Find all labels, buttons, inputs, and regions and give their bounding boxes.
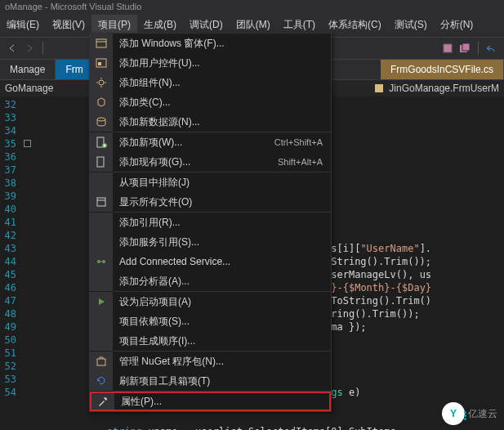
- watermark-logo: Y: [442, 402, 465, 425]
- menu-item-label: 显示所有文件(O): [113, 195, 323, 209]
- menu-item-label: 添加组件(N)...: [113, 76, 323, 90]
- save-icon[interactable]: [440, 41, 455, 56]
- connected-icon: [90, 252, 113, 271]
- menu-item-label: 项目生成顺序(I)...: [113, 334, 323, 348]
- menu-item-startup-4-0[interactable]: 设为启动项目(A): [90, 292, 331, 311]
- svg-rect-3: [375, 84, 383, 92]
- svg-rect-19: [97, 198, 105, 206]
- menu-item-item-3-3[interactable]: 添加分析器(A)...: [90, 271, 331, 291]
- forward-icon[interactable]: [22, 41, 37, 56]
- menu-item-label: 管理 NuGet 程序包(N)...: [113, 355, 323, 369]
- startup-icon: [90, 292, 113, 311]
- svg-rect-0: [444, 44, 452, 52]
- svg-point-8: [99, 80, 104, 85]
- datasource-icon: [90, 112, 113, 132]
- menu-item-refresh-5-1[interactable]: 刷新项目工具箱项(T): [90, 371, 331, 391]
- menu-item-shortcut: Ctrl+Shift+A: [274, 137, 331, 147]
- menu-item-label: 设为启动项目(A): [113, 295, 323, 309]
- back-icon[interactable]: [5, 41, 20, 56]
- window-icon: [90, 34, 113, 53]
- blank-icon: [90, 232, 113, 252]
- menu-item-label: 添加分析器(A)...: [113, 275, 323, 289]
- menu-view[interactable]: 视图(V): [46, 15, 91, 35]
- svg-rect-2: [462, 43, 470, 51]
- svg-point-13: [97, 118, 105, 121]
- fold-box-icon[interactable]: [24, 140, 31, 147]
- menu-item-item-3-0[interactable]: 添加引用(R)...: [90, 213, 331, 232]
- menu-item-label: 刷新项目工具箱项(T): [113, 374, 323, 388]
- menu-item-label: 添加现有项(G)...: [113, 155, 278, 169]
- tab-frm[interactable]: Frm: [56, 60, 93, 79]
- wrench-icon: [91, 393, 114, 410]
- class-icon: [90, 92, 113, 112]
- svg-point-21: [97, 260, 100, 263]
- blank-icon: [90, 311, 113, 331]
- fold-gutter: [21, 96, 33, 430]
- menu-item-window-0-0[interactable]: 添加 Windows 窗体(F)...: [90, 34, 331, 53]
- menu-item-class-0-3[interactable]: 添加类(C)...: [90, 92, 331, 112]
- breadcrumb-class[interactable]: JinGoManage.FrmUserM: [389, 83, 499, 94]
- refresh-icon: [90, 371, 113, 391]
- menu-item-label: Add Connected Service...: [113, 256, 323, 267]
- menu-item-shortcut: Shift+Alt+A: [278, 157, 331, 167]
- menu-item-label: 添加引用(R)...: [113, 216, 323, 230]
- menu-item-nuget-5-0[interactable]: 管理 NuGet 程序包(N)...: [90, 352, 331, 371]
- line-numbers: 3233 343536 3738 394041 424344 454647 48…: [0, 96, 21, 430]
- window-title: oManage - Microsoft Visual Studio: [0, 0, 504, 13]
- svg-point-22: [102, 260, 105, 263]
- component-icon: [90, 73, 113, 92]
- blank-icon: [90, 331, 113, 351]
- menu-item-item-2-0[interactable]: 从项目中排除(J): [90, 172, 331, 192]
- menu-item-label: 添加用户控件(U)...: [113, 56, 323, 70]
- menu-item-usercontrol-0-1[interactable]: 添加用户控件(U)...: [90, 53, 331, 73]
- project-menu-dropdown: 添加 Windows 窗体(F)...添加用户控件(U)...添加组件(N)..…: [89, 33, 332, 412]
- blank-icon: [90, 213, 113, 232]
- menu-item-connected-3-2[interactable]: Add Connected Service...: [90, 252, 331, 271]
- usercontrol-icon: [90, 53, 113, 73]
- menu-item-newitem-1-0[interactable]: 添加新项(W)...Ctrl+Shift+A: [90, 132, 331, 152]
- svg-rect-4: [96, 39, 106, 47]
- menu-item-label: 项目依赖项(S)...: [113, 315, 323, 329]
- menu-item-label: 属性(P)...: [114, 395, 321, 409]
- menu-item-item-3-1[interactable]: 添加服务引用(S)...: [90, 232, 331, 252]
- menu-item-item-4-2[interactable]: 项目生成顺序(I)...: [90, 331, 331, 351]
- breadcrumb-prefix: GoManage: [5, 83, 53, 94]
- menu-analyze[interactable]: 分析(N): [434, 15, 480, 35]
- watermark-text: 亿速云: [468, 407, 497, 421]
- menu-test[interactable]: 测试(S): [388, 15, 434, 35]
- menu-item-component-0-2[interactable]: 添加组件(N)...: [90, 73, 331, 92]
- tab-manage[interactable]: Manage: [0, 60, 56, 79]
- nuget-icon: [90, 352, 113, 371]
- menu-architecture[interactable]: 体系结构(C): [322, 15, 388, 35]
- menu-item-item-4-1[interactable]: 项目依赖项(S)...: [90, 311, 331, 331]
- undo-icon[interactable]: [484, 41, 499, 56]
- showall-icon: [90, 192, 113, 212]
- svg-rect-24: [97, 359, 105, 365]
- class-icon: [374, 83, 386, 94]
- menu-item-label: 添加类(C)...: [113, 96, 323, 110]
- tab-frmgoods[interactable]: FrmGoodsInCSVFile.cs: [381, 60, 504, 79]
- menu-edit[interactable]: 编辑(E): [0, 15, 46, 35]
- existitem-icon: [90, 152, 113, 172]
- saveall-icon[interactable]: [457, 41, 472, 56]
- blank-icon: [90, 172, 113, 192]
- blank-icon: [90, 271, 113, 291]
- watermark: Y 亿速云: [442, 402, 497, 425]
- menu-item-label: 添加新项(W)...: [113, 136, 274, 150]
- menu-item-label: 添加新数据源(N)...: [113, 115, 323, 129]
- newitem-icon: [90, 132, 113, 152]
- svg-rect-7: [98, 62, 101, 65]
- menu-item-existitem-1-1[interactable]: 添加现有项(G)...Shift+Alt+A: [90, 152, 331, 172]
- menu-item-label: 从项目中排除(J): [113, 176, 323, 190]
- menu-item-label: 添加服务引用(S)...: [113, 235, 323, 249]
- menu-item-datasource-0-4[interactable]: 添加新数据源(N)...: [90, 112, 331, 132]
- menu-item-label: 添加 Windows 窗体(F)...: [113, 37, 323, 51]
- menu-item-showall-2-1[interactable]: 显示所有文件(O): [90, 192, 331, 212]
- svg-rect-18: [97, 157, 104, 167]
- menu-item-wrench-6-0[interactable]: 属性(P)...: [90, 392, 331, 411]
